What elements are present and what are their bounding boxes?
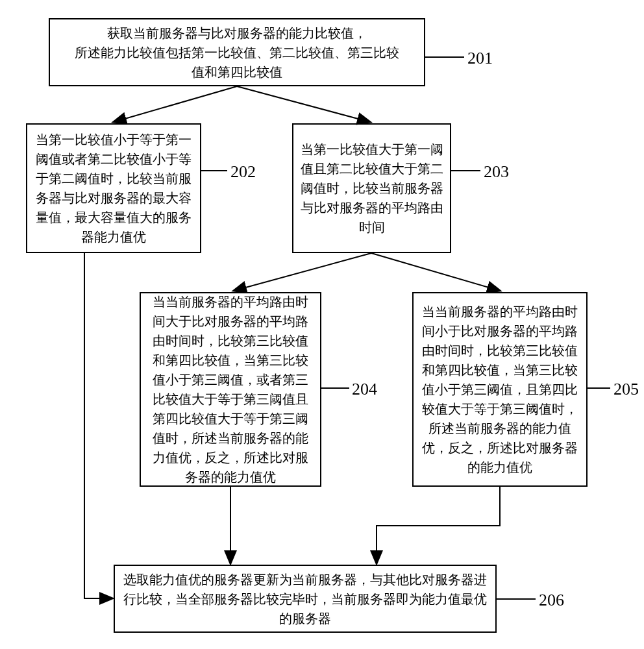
- flow-label-201: 201: [467, 49, 493, 68]
- svg-line-8: [237, 86, 370, 122]
- flow-label-205: 205: [613, 380, 639, 399]
- flow-node-204: 当当前服务器的平均路由时间大于比对服务器的平均路由时间时，比较第三比较值和第四比…: [140, 292, 321, 487]
- flow-node-206: 选取能力值优的服务器更新为当前服务器，与其他比对服务器进行比较，当全部服务器比较…: [114, 565, 497, 633]
- flow-label-206: 206: [539, 591, 564, 610]
- flow-label-202: 202: [230, 162, 256, 182]
- svg-line-10: [371, 253, 500, 291]
- flow-node-202: 当第一比较值小于等于第一阈值或者第二比较值小于等于第二阈值时，比较当前服务器与比…: [26, 123, 201, 253]
- flow-label-203: 203: [484, 162, 509, 182]
- svg-line-7: [114, 86, 237, 122]
- flow-node-201: 获取当前服务器与比对服务器的能力比较值， 所述能力比较值包括第一比较值、第二比较…: [49, 18, 425, 86]
- flow-label-204: 204: [352, 380, 377, 399]
- flow-node-203: 当第一比较值大于第一阈值且第二比较值大于第二阈值时，比较当前服务器与比对服务器的…: [292, 123, 451, 253]
- flow-node-205: 当当前服务器的平均路由时间小于比对服务器的平均路由时间时，比较第三比较值和第四比…: [412, 292, 588, 487]
- svg-line-9: [234, 253, 371, 291]
